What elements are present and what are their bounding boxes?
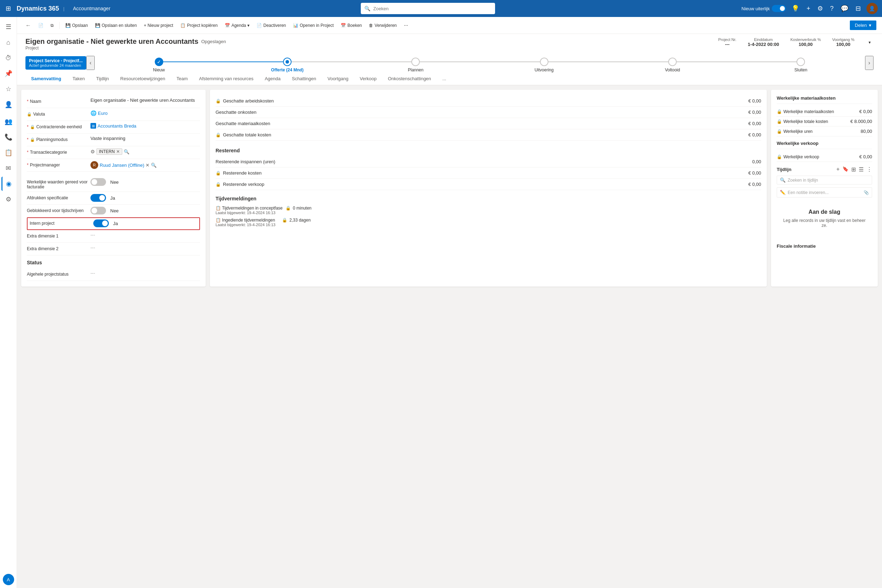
delete-button[interactable]: 🗑 Verwijderen [366, 21, 400, 29]
field-geblokkeerd: Geblokkeerd voor tijdschrijven Nee [27, 205, 200, 218]
timeline-more-icon[interactable]: ⋮ [867, 166, 872, 173]
timeline-section: Tijdlijn + 🔖 ⊞ ☰ ⋮ 🔍 Zoeken in tijdlijn … [777, 166, 872, 239]
pm-search-icon[interactable]: 🔍 [151, 162, 156, 168]
pm-tag-remove[interactable]: ✕ [146, 162, 150, 168]
chat-icon[interactable]: 💬 [839, 3, 850, 14]
search-box[interactable]: 🔍 [361, 3, 495, 14]
timeline-list-icon[interactable]: ☰ [859, 166, 864, 173]
new-look-toggle-pill[interactable] [772, 5, 786, 12]
stage-sluiten[interactable]: Sluiten [737, 58, 865, 72]
tab-agenda[interactable]: Agenda [259, 72, 286, 86]
sidebar-contacts2-icon[interactable]: 👥 [2, 114, 15, 129]
tab-voortgang[interactable]: Voortgang [322, 72, 354, 86]
stage-next-button[interactable]: › [865, 56, 873, 70]
expand-button[interactable]: ▾ [866, 39, 873, 46]
transactie-search-icon[interactable]: 🔍 [124, 149, 129, 154]
tab-taken[interactable]: Taken [67, 72, 90, 86]
page-icon-btn[interactable]: 📄 [35, 21, 46, 29]
app-brand: Dynamics 365 [16, 5, 59, 12]
tab-verkoop[interactable]: Verkoop [354, 72, 382, 86]
title-row: Eigen organisatie - Niet gewerkte uren A… [26, 38, 707, 46]
pm-link[interactable]: Ruud Jansen (Offline) [100, 162, 144, 168]
lightbulb-icon[interactable]: 💡 [790, 3, 801, 14]
stage-voltooid-label: Voltooid [665, 68, 680, 72]
stage-bar: ✓ Nieuw Offerte (24 Mnd) Plannen [95, 53, 865, 72]
sidebar-recent-icon[interactable]: ⏱ [2, 51, 15, 65]
right-panel: Werkelijke materiaalkosten 🔒 Werkelijke … [771, 90, 878, 286]
help-icon[interactable]: ? [829, 3, 835, 14]
sidebar-contacts-icon[interactable]: 👤 [2, 98, 15, 112]
open-project-button[interactable]: 📊 Openen in Project [290, 21, 336, 29]
sidebar-active-icon[interactable]: ◉ [2, 177, 15, 191]
stage-prev-button[interactable]: ‹ [86, 56, 95, 70]
sidebar-menu-icon[interactable]: ☰ [2, 20, 15, 34]
stage-nieuw[interactable]: ✓ Nieuw [95, 58, 223, 72]
new-project-button[interactable]: + Nieuw project [141, 21, 176, 29]
share-button[interactable]: Delen ▾ [850, 21, 876, 30]
field-contracterende-value: ⊞ Accountants Breda [90, 123, 200, 129]
globe-icon: 🌐 [90, 110, 96, 116]
tab-resource-toewijzingen[interactable]: Resourcetoewijzingen [114, 72, 171, 86]
sidebar-phone-icon[interactable]: 📞 [2, 130, 15, 144]
timeline-search-box[interactable]: 🔍 Zoeken in tijdlijn [777, 176, 872, 184]
agenda-button[interactable]: 📅 Agenda ▾ [222, 21, 252, 29]
field-werkelijke-waarden: Werkelijke waarden gereed voor facturati… [27, 176, 200, 192]
afdrukken-toggle[interactable] [90, 194, 106, 202]
extra1-value: --- [90, 232, 200, 237]
sidebar-pin-icon[interactable]: 📌 [2, 66, 15, 81]
tab-tijdlijn[interactable]: Tijdlijn [90, 72, 114, 86]
tab-afstemming[interactable]: Afstemming van resources [193, 72, 259, 86]
timeline-attach-icon[interactable]: 📎 [864, 190, 869, 195]
sidebar-user-avatar[interactable]: A [3, 574, 14, 585]
copy-icon: 📋 [180, 23, 186, 28]
lock-wuren-icon: 🔒 [777, 129, 782, 134]
back-button[interactable]: ← [22, 21, 34, 30]
timeline-bookmark-icon[interactable]: 🔖 [842, 166, 848, 173]
more-button[interactable]: ⋯ [401, 21, 411, 29]
tab-samenvatting[interactable]: Samenvatting [26, 72, 67, 86]
stage-offerte[interactable]: Offerte (24 Mnd) [223, 58, 351, 72]
sidebar-settings-icon[interactable]: ⚙ [2, 192, 15, 206]
tab-more[interactable]: ... [437, 72, 452, 86]
header-meta: Project Nr. --- Einddatum 1-4-2022 00:00… [718, 38, 873, 47]
timeline-add-icon[interactable]: + [836, 166, 840, 173]
search-input[interactable] [373, 6, 492, 11]
boeken-button[interactable]: 📅 Boeken [338, 21, 364, 29]
stage-uitvoering[interactable]: Uitvoering [480, 58, 608, 72]
org-icon: ⊞ [90, 123, 96, 129]
intern-project-toggle[interactable] [93, 219, 109, 227]
timeline-note-input[interactable]: ✏️ Een notitie invoeren... 📎 [777, 187, 872, 198]
werk-mat-row: 🔒 Werkelijke materiaalkosten € 0,00 [777, 107, 872, 117]
user-avatar[interactable]: 👤 [867, 3, 878, 14]
werkelijke-waarden-toggle[interactable] [90, 178, 106, 186]
save-close-button[interactable]: 💾 Opslaan en sluiten [92, 21, 140, 29]
valuta-link[interactable]: Euro [98, 111, 107, 116]
progress-value: 100,00 [832, 42, 854, 47]
deactivate-button[interactable]: 📄 Deactiveren [254, 21, 289, 29]
tab-team[interactable]: Team [171, 72, 194, 86]
sidebar-star-icon[interactable]: ☆ [2, 82, 15, 96]
tab-onkosten[interactable]: Onkostenschattingen [382, 72, 437, 86]
geblokkeerd-toggle[interactable] [90, 207, 106, 214]
copy-project-button[interactable]: 📋 Project kopiëren [177, 21, 220, 29]
werk-mat-value: € 0,00 [860, 109, 872, 114]
window-icon-btn[interactable]: ⧉ [48, 21, 57, 29]
stage-line-4 [548, 62, 668, 62]
transactie-tag-remove[interactable]: ✕ [116, 149, 120, 154]
sidebar-list-icon[interactable]: 📋 [2, 146, 15, 160]
waffle-menu-icon[interactable]: ⊞ [4, 3, 12, 14]
lock-arbeid-icon: 🔒 [216, 99, 221, 104]
save-button[interactable]: 💾 Opslaan [63, 21, 91, 29]
sidebar-home-icon[interactable]: ⌂ [2, 35, 15, 50]
settings-icon[interactable]: ⚙ [816, 3, 824, 14]
tab-schattingen[interactable]: Schattingen [286, 72, 322, 86]
plus-icon[interactable]: + [805, 3, 812, 14]
stage-voltooid[interactable]: Voltooid [608, 58, 736, 72]
sidebar-mail-icon[interactable]: ✉ [2, 161, 15, 175]
stage-plannen[interactable]: Plannen [352, 58, 480, 72]
nav-card[interactable]: Project Service - Projectf... Actief ged… [26, 56, 86, 70]
field-valuta-value: 🌐 Euro [90, 110, 200, 116]
timeline-filter-icon[interactable]: ⊞ [851, 166, 856, 173]
panels-icon[interactable]: ⊟ [854, 3, 862, 14]
contracterende-link[interactable]: Accountants Breda [98, 123, 136, 129]
